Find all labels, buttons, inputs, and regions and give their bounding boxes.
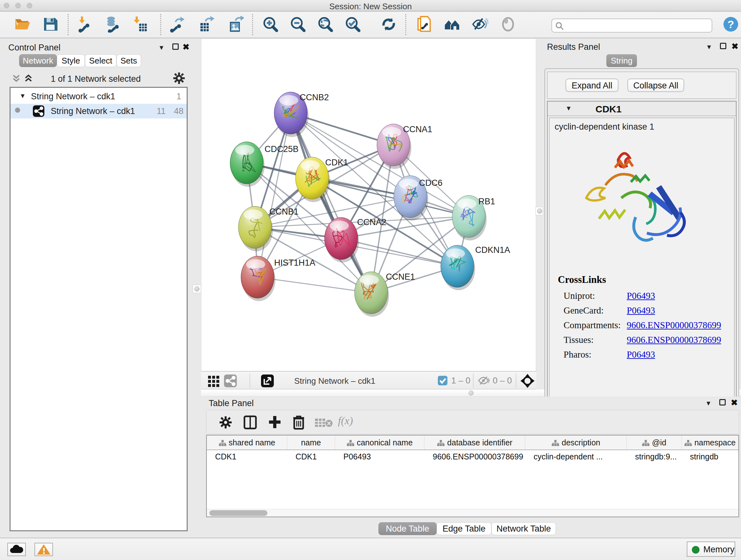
zoom-fit-icon[interactable] xyxy=(317,16,334,33)
network-node[interactable]: CCNE1 xyxy=(354,272,415,317)
column-header[interactable]: description xyxy=(525,435,627,449)
network-node[interactable]: CDC6 xyxy=(394,176,443,221)
collapse-all-icon[interactable] xyxy=(11,73,21,83)
search-input[interactable] xyxy=(567,20,707,31)
crosslink-value[interactable]: P06493 xyxy=(627,349,655,360)
network-canvas[interactable]: CCNB2CCNA1CDC25BCDK1CDC6RB1CCNB1CCNA2CDK… xyxy=(201,39,536,371)
column-header-label: name xyxy=(301,438,321,447)
horizontal-splitter-handle[interactable] xyxy=(468,390,474,395)
network-graph[interactable]: CCNB2CCNA1CDC25BCDK1CDC6RB1CCNB1CCNA2CDK… xyxy=(201,39,536,370)
results-panel-float-icon[interactable] xyxy=(720,43,726,49)
collection-expand-icon[interactable]: ▼ xyxy=(19,92,26,100)
table-cell[interactable]: 9606.ENSP00000378699 xyxy=(424,450,525,463)
tab-select[interactable]: Select xyxy=(85,54,117,67)
network-node[interactable]: CCNB1 xyxy=(239,206,299,251)
selected-checkbox-icon[interactable] xyxy=(438,376,448,385)
table-row[interactable]: CDK1CDK1P064939606.ENSP00000378699cyclin… xyxy=(207,450,738,463)
table-cell[interactable]: P06493 xyxy=(335,450,424,463)
control-panel-menu-icon[interactable]: ▼ xyxy=(158,44,165,51)
network-node[interactable]: RB1 xyxy=(452,195,495,240)
network-node[interactable]: CDKN1A xyxy=(441,245,510,290)
tab-style[interactable]: Style xyxy=(57,54,85,67)
table-gear-icon[interactable] xyxy=(219,416,232,429)
gear-icon[interactable] xyxy=(173,72,185,84)
column-header[interactable]: @id xyxy=(627,435,682,449)
refresh-icon[interactable] xyxy=(381,16,397,33)
tab-sets[interactable]: Sets xyxy=(117,54,141,67)
crosslink-value[interactable]: P06493 xyxy=(627,291,655,301)
table-panel-close-icon[interactable]: ✖ xyxy=(731,398,738,408)
export-image-icon[interactable] xyxy=(227,16,244,33)
table-cell[interactable]: CDK1 xyxy=(207,450,287,463)
memory-button[interactable]: Memory xyxy=(687,542,735,557)
search-field[interactable] xyxy=(551,18,712,33)
save-session-icon[interactable] xyxy=(42,16,59,33)
expand-all-button[interactable]: Expand All xyxy=(565,78,618,92)
table-cell[interactable]: cyclin-dependent ... xyxy=(525,450,627,463)
tab-node-table[interactable]: Node Table xyxy=(379,522,436,535)
table-header-row[interactable]: shared namenamecanonical namedatabase id… xyxy=(207,435,738,450)
table-hscrollbar-thumb[interactable] xyxy=(209,510,267,516)
crosslink-value[interactable]: P06493 xyxy=(627,305,655,316)
network-node[interactable]: CCNA1 xyxy=(377,124,432,169)
home-pages-icon[interactable] xyxy=(444,16,460,33)
tab-string[interactable]: String xyxy=(606,54,637,67)
help-icon[interactable]: ? xyxy=(723,16,739,33)
control-panel-float-icon[interactable] xyxy=(172,44,179,50)
share-document-icon[interactable] xyxy=(416,16,433,33)
gene-expand-icon[interactable]: ▼ xyxy=(565,105,572,112)
open-session-icon[interactable] xyxy=(14,16,30,33)
zoom-out-icon[interactable] xyxy=(290,16,307,33)
delete-column-icon[interactable] xyxy=(292,415,306,430)
tab-network-table[interactable]: Network Table xyxy=(491,522,556,535)
show-hide-graphics-icon[interactable] xyxy=(472,16,488,33)
network-current-dot-icon xyxy=(15,108,20,113)
gene-header[interactable]: ▼ CDK1 xyxy=(548,102,736,116)
create-column-icon[interactable] xyxy=(268,415,282,429)
function-builder-icon[interactable]: f(x) xyxy=(338,415,353,427)
collapse-all-button[interactable]: Collapse All xyxy=(627,78,684,92)
detach-view-icon[interactable] xyxy=(261,374,274,387)
zoom-selected-icon[interactable] xyxy=(345,16,361,33)
network-row[interactable]: String Network – cdk1 11 48 xyxy=(10,104,187,118)
birdseye-crosshair-icon[interactable] xyxy=(520,374,535,388)
crosslink-value[interactable]: 9606.ENSP00000378699 xyxy=(627,320,721,330)
table-panel-float-icon[interactable] xyxy=(719,399,726,406)
show-columns-icon[interactable] xyxy=(244,415,257,429)
column-header[interactable]: namespace xyxy=(682,435,738,449)
column-header[interactable]: name xyxy=(287,435,335,449)
control-panel-close-icon[interactable]: ✖ xyxy=(183,42,190,52)
export-table-icon[interactable] xyxy=(198,16,214,33)
import-database-icon[interactable] xyxy=(104,16,121,33)
string-view-icon[interactable] xyxy=(224,374,237,387)
zoom-in-icon[interactable] xyxy=(262,16,279,33)
import-network-icon[interactable] xyxy=(77,16,93,33)
network-collection-row[interactable]: ▼ String Network – cdk1 1 xyxy=(10,90,187,104)
warnings-button[interactable] xyxy=(35,543,53,556)
table-cell[interactable]: stringdb xyxy=(682,450,738,463)
network-node[interactable]: CDC25B xyxy=(230,142,299,187)
column-header[interactable]: shared name xyxy=(207,435,287,449)
delete-table-icon[interactable] xyxy=(314,418,333,428)
level-of-detail-icon[interactable] xyxy=(500,16,516,33)
grid-view-icon[interactable] xyxy=(207,374,220,387)
cloud-button[interactable] xyxy=(7,543,26,556)
network-node[interactable]: HIST1H1A xyxy=(241,256,315,301)
table-cell[interactable]: stringdb:9... xyxy=(627,450,682,463)
results-panel-menu-icon[interactable]: ▼ xyxy=(706,44,712,51)
tab-network[interactable]: Network xyxy=(19,54,57,67)
table-panel-menu-icon[interactable]: ▼ xyxy=(705,400,712,407)
table-hscrollbar[interactable] xyxy=(207,509,738,516)
table-cell[interactable]: CDK1 xyxy=(287,450,335,463)
results-panel-close-icon[interactable]: ✖ xyxy=(731,42,738,51)
crosslink-value[interactable]: 9606.ENSP00000378699 xyxy=(627,334,721,345)
crosslink-label: Compartments: xyxy=(563,320,621,330)
import-table-icon[interactable] xyxy=(132,16,149,33)
export-network-icon[interactable] xyxy=(169,16,186,33)
column-header[interactable]: canonical name xyxy=(335,435,424,449)
expand-all-icon[interactable] xyxy=(23,73,33,83)
column-header[interactable]: database identifier xyxy=(424,435,525,449)
left-splitter-handle[interactable] xyxy=(193,285,201,293)
network-edge[interactable] xyxy=(258,113,291,277)
tab-edge-table[interactable]: Edge Table xyxy=(436,522,491,535)
